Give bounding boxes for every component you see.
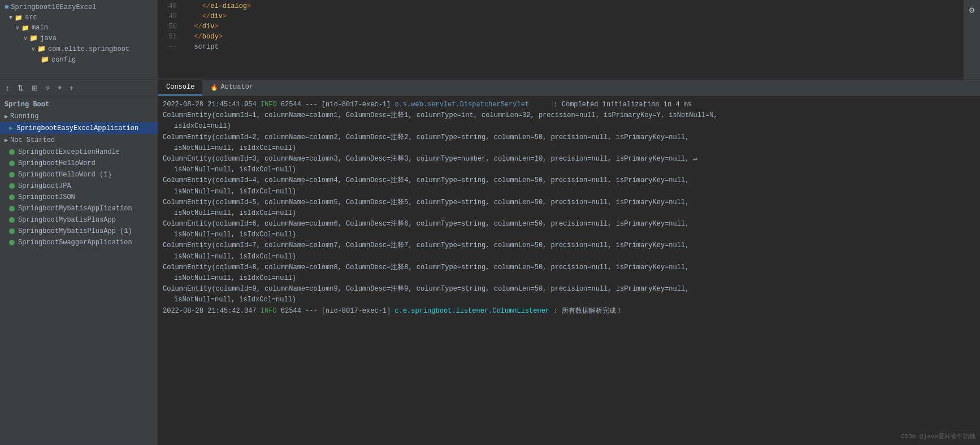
toolbar-btn-6[interactable]: +: [67, 83, 76, 93]
green-dot-1: [9, 161, 15, 166]
entity-text-2: ColumnEntity(columnId=2, columnName=colo…: [163, 132, 689, 143]
code-line-script: -- script: [158, 43, 963, 53]
indent-line-6: isNotNull=null, isIdxCol=null): [163, 230, 975, 240]
line-content-48: </el-dialog>: [184, 2, 251, 10]
package-label: com.elite.springboot: [48, 45, 129, 53]
line-num-script: --: [158, 43, 184, 51]
bottom-panel: ↕ ⇅ ⊞ ▿ ⌖ + Spring Boot ▶ Running ▶ Spri…: [0, 79, 980, 445]
indent-line-1: isIdxCol=null): [163, 121, 975, 132]
config-folder[interactable]: 📁 config: [0, 54, 158, 65]
src-folder[interactable]: ▼ 📁 src: [0, 12, 158, 23]
main-folder[interactable]: ∨ 📁 main: [0, 23, 158, 33]
spring-boot-header: Spring Boot: [0, 98, 158, 111]
running-section[interactable]: ▶ Running: [0, 111, 158, 122]
arrow-icon-pkg: ∨: [32, 46, 35, 53]
log-ts-1: 2022-08-28 21:45:41.954: [163, 100, 261, 110]
indent-text-5: isNotNull=null, isIdxCol=null): [163, 208, 296, 219]
panel-toolbar: ↕ ⇅ ⊞ ▿ ⌖ +: [0, 80, 158, 96]
main-label: main: [32, 24, 48, 32]
line-num-49: 49: [158, 12, 184, 20]
entity-line-1: ColumnEntity(columnId=1, columnName=colo…: [163, 110, 975, 121]
toolbar-btn-3[interactable]: ⊞: [29, 83, 40, 93]
running-label: Running: [10, 113, 38, 120]
actuator-label: Actuator: [220, 83, 253, 91]
folder-icon: 📁: [15, 14, 23, 21]
log-pid-1: 62544 --- [nio-8017-exec-1]: [281, 100, 395, 110]
entity-text-5: ColumnEntity(columnId=5, columnName=colo…: [163, 197, 689, 208]
indent-text-1: isIdxCol=null): [163, 121, 231, 132]
settings-icon[interactable]: ⚙: [969, 5, 975, 16]
java-folder[interactable]: ∨ 📁 java: [0, 33, 158, 44]
settings-area[interactable]: ⚙: [963, 0, 980, 79]
log-level-2: INFO: [261, 306, 281, 317]
green-dot-2: [9, 172, 15, 178]
app-item-1[interactable]: SpringbootHelloWord: [0, 158, 158, 169]
indent-text-7: isNotNull=null, isIdxCol=null): [163, 252, 296, 262]
green-dot-5: [9, 206, 15, 211]
pkg-folder-icon: 📁: [37, 45, 46, 53]
entity-text-7: ColumnEntity(columnId=7, columnName=colo…: [163, 240, 689, 251]
app-label-0: SpringbootExceptionHandle: [18, 148, 120, 156]
app-item-5[interactable]: SpringbootMybatisApplication: [0, 203, 158, 214]
tab-console[interactable]: Console: [158, 80, 202, 96]
project-root[interactable]: ■ Springboot10EasyExcel: [0, 2, 158, 12]
toolbar-btn-1[interactable]: ↕: [3, 83, 12, 93]
code-line-51: 51 </body>: [158, 33, 963, 43]
toolbar-btn-4[interactable]: ▿: [44, 83, 52, 93]
entity-text-3: ColumnEntity(columnId=3, columnName=colo…: [163, 154, 697, 165]
package-folder[interactable]: ∨ 📁 com.elite.springboot: [0, 44, 158, 54]
spring-boot-label: Spring Boot: [5, 101, 49, 109]
indent-text-4: isNotNull=null, isIdxCol=null): [163, 187, 296, 197]
app-label-7: SpringbootMybatisPlusApp (1): [18, 227, 132, 235]
entity-line-6: ColumnEntity(columnId=6, columnName=colo…: [163, 219, 975, 230]
actuator-icon: 🔥: [210, 84, 218, 91]
log-class-1: o.s.web.servlet.DispatcherServlet: [394, 100, 553, 110]
app-label-6: SpringbootMybatisPlusApp: [18, 216, 116, 224]
app-label-5: SpringbootMybatisApplication: [18, 205, 132, 213]
running-app-item[interactable]: ▶ SpringbootEasyExcelApplication: [0, 122, 158, 134]
app-label-1: SpringbootHelloWord: [18, 159, 96, 167]
app-item-4[interactable]: SpringbootJSON: [0, 192, 158, 203]
not-started-label: Not Started: [10, 136, 55, 144]
entity-line-2: ColumnEntity(columnId=2, columnName=colo…: [163, 132, 975, 143]
toolbar-btn-5[interactable]: ⌖: [55, 82, 64, 93]
play-icon: ▶: [9, 124, 13, 132]
app-item-8[interactable]: SpringbootSwaggerApplication: [0, 237, 158, 248]
entity-text-4: ColumnEntity(columnId=4, columnName=colo…: [163, 175, 689, 186]
app-label-2: SpringbootHelloWord (1): [18, 171, 112, 179]
entity-text-1: ColumnEntity(columnId=1, columnName=colo…: [163, 110, 718, 121]
tab-actuator[interactable]: 🔥 Actuator: [202, 80, 261, 96]
java-folder-icon: 📁: [29, 34, 38, 42]
project-icon: ■: [5, 3, 8, 11]
entity-line-9: ColumnEntity(columnId=9, columnName=colo…: [163, 284, 975, 295]
code-lines: 48 </el-dialog> 49 </div> 50 </div> 51 <…: [158, 0, 963, 55]
indent-line-5: isNotNull=null, isIdxCol=null): [163, 208, 975, 219]
line-content-51: </body>: [184, 33, 223, 41]
log-line-2: 2022-08-28 21:45:42.347 INFO 62544 --- […: [163, 306, 975, 317]
config-folder-icon: 📁: [41, 55, 49, 64]
project-name: Springboot10EasyExcel: [11, 3, 96, 11]
toolbar-btn-2[interactable]: ⇅: [15, 83, 26, 93]
app-item-7[interactable]: SpringbootMybatisPlusApp (1): [0, 226, 158, 237]
log-pid-2: 62544 --- [nio-8017-exec-1]: [281, 306, 395, 317]
not-started-section[interactable]: ▶ Not Started: [0, 134, 158, 146]
entity-line-5: ColumnEntity(columnId=5, columnName=colo…: [163, 197, 975, 208]
app-item-3[interactable]: SpringbootJPA: [0, 180, 158, 192]
entity-line-8: ColumnEntity(columnId=8, columnName=colo…: [163, 262, 975, 273]
entity-text-9: ColumnEntity(columnId=9, columnName=colo…: [163, 284, 689, 295]
entity-text-6: ColumnEntity(columnId=6, columnName=colo…: [163, 219, 689, 230]
app-item-0[interactable]: SpringbootExceptionHandle: [0, 146, 158, 158]
indent-text-6: isNotNull=null, isIdxCol=null): [163, 230, 296, 240]
app-item-2[interactable]: SpringbootHelloWord (1): [0, 169, 158, 180]
line-content-script: script: [184, 43, 219, 51]
line-content-49: </div>: [184, 12, 227, 20]
arrow-icon-java: ∨: [24, 35, 27, 42]
indent-text-9: isNotNull=null, isIdxCol=null): [163, 295, 296, 305]
green-dot-6: [9, 217, 15, 223]
arrow-icon-main: ∨: [16, 24, 19, 31]
indent-text-3: isNotNull=null, isIdxCol=null): [163, 165, 296, 175]
console-output: 2022-08-28 21:45:41.954 INFO 62544 --- […: [158, 96, 980, 445]
console-tabs: Console 🔥 Actuator: [158, 80, 980, 96]
app-item-6[interactable]: SpringbootMybatisPlusApp: [0, 214, 158, 226]
line-num-50: 50: [158, 23, 184, 31]
